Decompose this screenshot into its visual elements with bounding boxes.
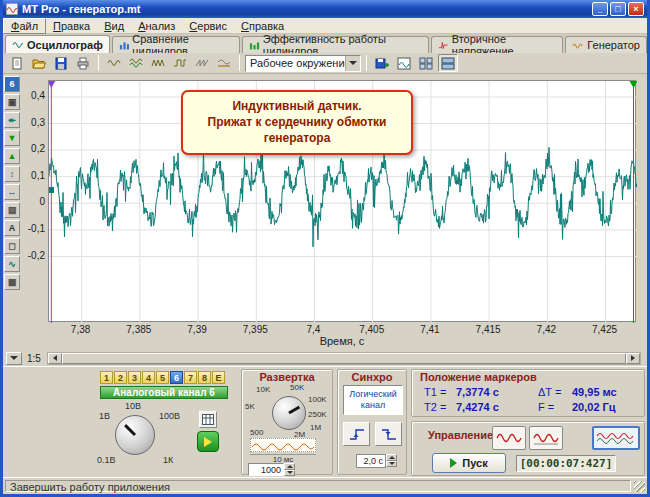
multi-wave-icon (596, 430, 636, 446)
sine-preview-icon (251, 441, 315, 453)
x-tick-label: 7,41 (420, 324, 439, 335)
wave-view-6-button[interactable] (214, 54, 234, 72)
bars-icon (119, 40, 130, 51)
t1-value: 7,3774 с (456, 386, 499, 398)
new-file-button[interactable] (7, 54, 27, 72)
workspace-dropdown-value: Рабочее окружение (246, 57, 345, 69)
f-value: 20,02 Гц (572, 401, 616, 413)
sample-count-spinner[interactable]: 1000 (248, 463, 295, 476)
sync-source-select[interactable]: Логический канал (343, 385, 403, 415)
menu-view[interactable]: Вид (97, 19, 131, 33)
channel-button-8[interactable]: 8 (198, 371, 211, 384)
x-tick-label: 7,405 (359, 324, 384, 335)
wave-frame-icon[interactable]: ∿ (4, 256, 20, 272)
spin-down-button[interactable] (284, 470, 295, 477)
horizontal-scrollbar[interactable] (47, 352, 641, 365)
wave-view-4-button[interactable] (170, 54, 190, 72)
channel-button-1[interactable]: 1 (100, 371, 113, 384)
tab-cylinder-comparison[interactable]: Сравнение цилиндров (112, 36, 241, 53)
channel-settings-button[interactable] (199, 411, 217, 428)
scroll-left-icon[interactable]: ↞ (4, 112, 20, 128)
channel-enable-button[interactable] (197, 431, 219, 452)
print-button[interactable] (73, 54, 93, 72)
tab-generator[interactable]: Генератор (565, 36, 647, 53)
resize-grip[interactable] (634, 481, 645, 492)
start-button[interactable]: Пуск (432, 453, 506, 473)
tab-secondary-voltage[interactable]: Вторичное напряжение (431, 36, 563, 53)
save-button[interactable] (51, 54, 71, 72)
menu-service[interactable]: Сервис (182, 19, 234, 33)
voltage-scale-knob[interactable] (115, 415, 155, 455)
x-tick-label: 7,4 (307, 324, 321, 335)
report-window-button[interactable] (394, 54, 414, 72)
sample-count-value[interactable]: 1000 (248, 463, 284, 476)
scale-menu-button[interactable] (6, 352, 22, 365)
title-bar[interactable]: MT Pro - генератор.mt _ □ × (3, 0, 647, 18)
tab-cylinder-efficiency[interactable]: Эффективность работы цилиндров (242, 36, 429, 53)
wave-view-3-button[interactable] (148, 54, 168, 72)
scroll-right-arrow[interactable] (626, 353, 640, 364)
spark-icon (438, 40, 449, 51)
control-title: Управление (428, 429, 493, 441)
ramp-wave-icon (195, 57, 209, 69)
sweep-rate-knob[interactable] (272, 396, 306, 430)
scroll-down-icon[interactable]: ▼ (4, 130, 20, 146)
menu-help[interactable]: Справка (234, 19, 291, 33)
sweep-label-100k: 100K (308, 395, 327, 404)
scrollbar-thumb[interactable] (62, 353, 626, 364)
channel-button-7[interactable]: 7 (184, 371, 197, 384)
level-down-button[interactable] (386, 461, 397, 468)
t2-value: 7,4274 с (456, 401, 499, 413)
close-button[interactable]: × (628, 2, 644, 16)
step-wave-icon (173, 57, 187, 69)
minimize-button[interactable]: _ (592, 2, 608, 16)
sync-level-value[interactable]: 2,0 с (356, 454, 386, 468)
continuous-sweep-button[interactable] (529, 426, 563, 450)
bars-icon (249, 40, 260, 51)
wave-view-5-button[interactable] (192, 54, 212, 72)
single-sweep-button[interactable] (492, 426, 526, 450)
channel-button-E[interactable]: E (212, 371, 225, 384)
elapsed-time-display: [00:00:07:427] (516, 455, 616, 472)
trigger-falling-edge-button[interactable] (375, 422, 402, 446)
sweep-label-250k: 250K (308, 410, 327, 419)
falling-edge-icon (380, 426, 398, 442)
channel-button-3[interactable]: 3 (128, 371, 141, 384)
annotation-callout[interactable]: Индуктивный датчик. Прижат к сердечнику … (181, 90, 413, 155)
scroll-mode-button[interactable] (592, 426, 640, 450)
tile-windows-button[interactable] (438, 54, 458, 72)
save-workspace-button[interactable] (372, 54, 392, 72)
menu-edit[interactable]: Правка (46, 19, 97, 33)
tab-oscilloscope[interactable]: Осциллограф (5, 35, 110, 53)
markers-group: Положение маркеров T1 = 7,3774 с ΔT = 49… (411, 369, 645, 417)
sweep-wave-preview[interactable] (250, 438, 316, 452)
menu-file[interactable]: Файл (3, 18, 46, 34)
select-frame-icon[interactable]: ◻ (4, 238, 20, 254)
workspace-dropdown[interactable]: Рабочее окружение (245, 55, 361, 72)
sync-level-control[interactable]: 2,0 с (356, 454, 397, 468)
channel-button-2[interactable]: 2 (114, 371, 127, 384)
chevron-down-icon[interactable] (345, 56, 360, 71)
channel-6-indicator[interactable]: 6 (4, 76, 20, 92)
new-file-icon (10, 57, 24, 70)
play-icon (450, 458, 457, 468)
scale-label-10v: 10В (125, 401, 141, 411)
wave-view-2-button[interactable] (126, 54, 146, 72)
menu-analysis[interactable]: Анализ (131, 19, 182, 33)
channel-button-5[interactable]: 5 (156, 371, 169, 384)
scroll-up-icon[interactable]: ▲ (4, 148, 20, 164)
text-label-icon[interactable]: A (4, 220, 20, 236)
fit-vertical-icon[interactable]: ↕ (4, 166, 20, 182)
channel-button-6[interactable]: 6 (170, 371, 183, 384)
trigger-rising-edge-button[interactable] (343, 422, 370, 446)
wave-view-1-button[interactable] (104, 54, 124, 72)
cursor-select-icon[interactable]: ▣ (4, 94, 20, 110)
ruler-icon[interactable]: ▤ (4, 202, 20, 218)
channel-button-4[interactable]: 4 (142, 371, 155, 384)
grid-icon[interactable]: ▦ (4, 274, 20, 290)
scroll-left-arrow[interactable] (48, 353, 62, 364)
maximize-button[interactable]: □ (610, 2, 626, 16)
fit-horizontal-icon[interactable]: ↔ (4, 184, 20, 200)
grid-windows-button[interactable] (416, 54, 436, 72)
open-file-button[interactable] (29, 54, 49, 72)
